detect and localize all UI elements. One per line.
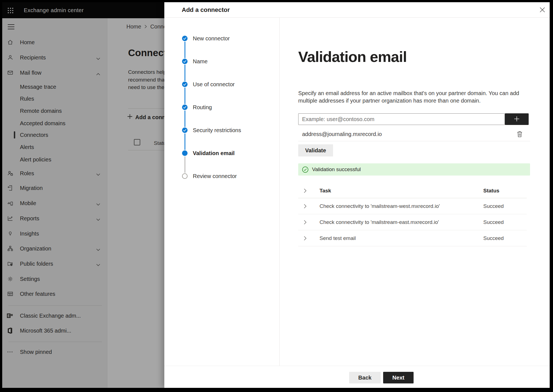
delete-address-button[interactable] [516,130,523,138]
step-check-icon [182,82,188,87]
step-current-dot [182,150,188,156]
step-check-icon [182,104,188,110]
step-routing[interactable]: Routing [164,101,279,113]
validate-button[interactable]: Validate [298,144,333,156]
back-button[interactable]: Back [349,372,381,383]
task-column-header: Task [320,188,331,194]
status-cell: Succeed [483,203,504,209]
screen: Exchange admin center Home Recipients Ma… [2,2,550,388]
step-security-restrictions[interactable]: Security restrictions [164,124,279,136]
success-check-icon [302,166,308,173]
add-address-button[interactable] [505,113,529,125]
success-message: Validation successful [312,166,361,173]
task-cell: Send test email [320,235,356,241]
step-check-icon [182,59,188,64]
add-connector-dialog: Add a connector New connector Name Use o… [164,2,550,388]
dialog-description: Specify an email address for an active m… [298,90,519,104]
task-cell: Check connectivity to 'mailstream-east.m… [320,219,439,225]
validation-success-banner: Validation successful [298,163,530,176]
next-button[interactable]: Next [383,372,414,383]
close-icon[interactable] [538,6,546,14]
table-header-row: Task Status [298,183,527,198]
chevron-right-icon[interactable] [304,236,307,241]
step-check-icon [182,127,188,133]
step-use-of-connector[interactable]: Use of connector [164,78,279,90]
dialog-title: Add a connector [182,2,230,17]
table-row[interactable]: Check connectivity to 'mailstream-east.m… [298,214,527,230]
added-address-row: address@journaling.mxrecord.io [298,127,530,141]
chevron-right-icon[interactable] [304,220,307,224]
address-list-divider [298,141,530,141]
status-column-header: Status [483,188,499,194]
step-upcoming-dot [182,173,188,179]
table-row[interactable]: Send test email Succeed [298,230,527,246]
email-address-input[interactable] [298,113,505,125]
chevron-right-icon[interactable] [304,204,307,208]
added-address: address@journaling.mxrecord.io [302,131,382,137]
step-validation-email[interactable]: Validation email [164,147,279,159]
dialog-heading: Validation email [298,48,407,65]
plus-icon [513,116,520,123]
dialog-header-divider [164,17,550,18]
status-cell: Succeed [483,235,504,241]
step-name[interactable]: Name [164,55,279,67]
step-new-connector[interactable]: New connector [164,32,279,45]
validation-tasks-table: Task Status Check connectivity to 'mails… [298,183,527,246]
dialog-footer-divider [164,366,550,366]
step-check-icon [182,36,188,41]
chevron-right-icon[interactable] [304,188,307,193]
table-row[interactable]: Check connectivity to 'mailstream-west.m… [298,198,527,214]
step-review-connector[interactable]: Review connector [164,170,279,182]
task-cell: Check connectivity to 'mailstream-west.m… [320,203,440,209]
status-cell: Succeed [483,219,504,225]
stepper-divider [279,17,280,366]
